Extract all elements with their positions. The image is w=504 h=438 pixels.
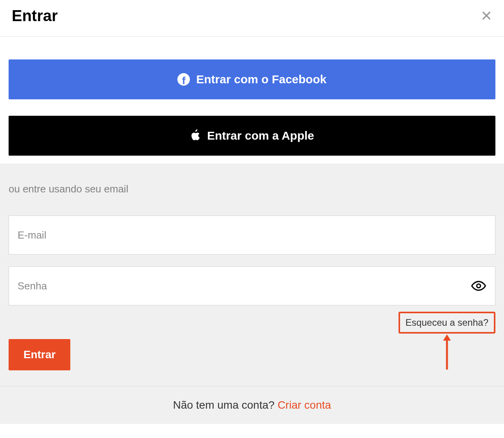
show-password-icon[interactable] [471, 280, 486, 291]
email-login-section: ou entre usando seu email Esqueceu a sen… [0, 163, 504, 386]
form-subtitle: ou entre usando seu email [9, 183, 495, 195]
annotation-highlight: Esqueceu a senha? [399, 312, 495, 334]
password-field-wrapper [9, 266, 495, 305]
submit-login-button[interactable]: Entrar [9, 339, 70, 370]
arrow-up-icon [442, 334, 452, 371]
forgot-password-link[interactable]: Esqueceu a senha? [406, 317, 488, 328]
create-account-link[interactable]: Criar conta [277, 399, 331, 411]
password-field[interactable] [9, 266, 495, 305]
apple-button-label: Entrar com a Apple [207, 129, 314, 142]
email-field[interactable] [9, 215, 495, 255]
apple-icon [190, 129, 201, 142]
svg-point-0 [477, 284, 481, 288]
facebook-button-label: Entrar com o Facebook [196, 73, 326, 86]
facebook-icon: f [177, 73, 190, 86]
modal-header: Entrar ✕ [0, 0, 504, 37]
modal-footer: Não tem uma conta? Criar conta [0, 386, 504, 424]
page-title: Entrar [12, 7, 58, 25]
social-login-section: f Entrar com o Facebook Entrar com a App… [0, 37, 504, 163]
close-icon[interactable]: ✕ [481, 9, 492, 23]
forgot-password-row: Esqueceu a senha? [9, 312, 495, 334]
svg-marker-2 [443, 334, 451, 341]
no-account-text: Não tem uma conta? [173, 399, 278, 411]
login-facebook-button[interactable]: f Entrar com o Facebook [9, 59, 495, 99]
login-apple-button[interactable]: Entrar com a Apple [9, 116, 495, 156]
